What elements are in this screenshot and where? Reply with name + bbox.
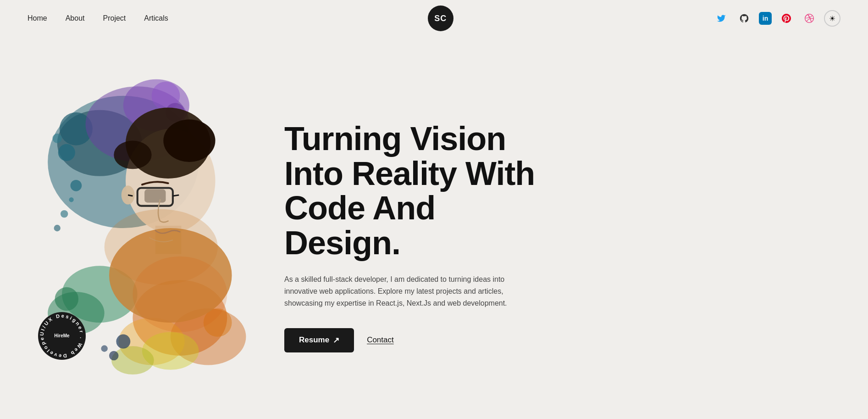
svg-line-34 (173, 195, 179, 196)
resume-button[interactable]: Resume ↗ (284, 328, 354, 352)
svg-point-4 (52, 134, 62, 143)
twitter-icon[interactable] (713, 10, 730, 27)
hero-image-container: UI/UX Designer . Web Developer . HireMe (28, 67, 257, 389)
github-icon[interactable] (736, 10, 752, 27)
nav-link-project[interactable]: Project (103, 14, 126, 22)
svg-point-17 (111, 346, 154, 374)
contact-button[interactable]: Contact (367, 335, 394, 345)
nav-item-about[interactable]: About (66, 14, 85, 22)
svg-point-22 (116, 334, 130, 348)
svg-point-30 (114, 140, 151, 169)
logo[interactable]: SC (428, 6, 453, 31)
hero-section: UI/UX Designer . Web Developer . HireMe … (0, 37, 868, 419)
svg-point-37 (133, 256, 227, 332)
svg-point-29 (163, 119, 215, 162)
nav-link-articals[interactable]: Articals (144, 14, 168, 22)
svg-point-3 (58, 144, 75, 161)
linkedin-icon[interactable]: in (759, 12, 772, 25)
nav-item-home[interactable]: Home (28, 14, 47, 22)
svg-point-19 (61, 210, 68, 217)
svg-line-35 (128, 195, 133, 196)
hero-content: Turning Vision Into Reality With Code An… (257, 103, 559, 352)
hero-title: Turning Vision Into Reality With Code An… (284, 122, 559, 260)
nav-item-project[interactable]: Project (103, 14, 126, 22)
sun-icon: ☀ (829, 14, 835, 23)
svg-point-21 (54, 224, 61, 231)
theme-toggle-button[interactable]: ☀ (824, 10, 840, 27)
nav-links: Home About Project Articals (28, 14, 168, 22)
social-icons: in ☀ (713, 10, 840, 27)
pinterest-icon[interactable] (778, 10, 795, 27)
svg-point-20 (69, 197, 73, 202)
svg-point-24 (101, 345, 107, 352)
resume-label: Resume (299, 335, 329, 345)
svg-rect-33 (144, 189, 166, 202)
svg-point-18 (71, 180, 82, 191)
nav-item-articals[interactable]: Articals (144, 14, 168, 22)
dribbble-icon[interactable] (801, 10, 818, 27)
svg-point-38 (38, 312, 86, 360)
navbar: Home About Project Articals SC in (0, 0, 868, 37)
hire-me-ring[interactable]: UI/UX Designer . Web Developer . HireMe (37, 311, 87, 361)
svg-point-23 (109, 351, 119, 360)
nav-link-home[interactable]: Home (28, 14, 47, 22)
hero-actions: Resume ↗ Contact (284, 328, 559, 352)
hero-description: As a skilled full-stack developer, I am … (284, 274, 532, 310)
external-link-icon: ↗ (333, 335, 339, 345)
svg-point-15 (55, 287, 78, 310)
nav-link-about[interactable]: About (66, 14, 85, 22)
